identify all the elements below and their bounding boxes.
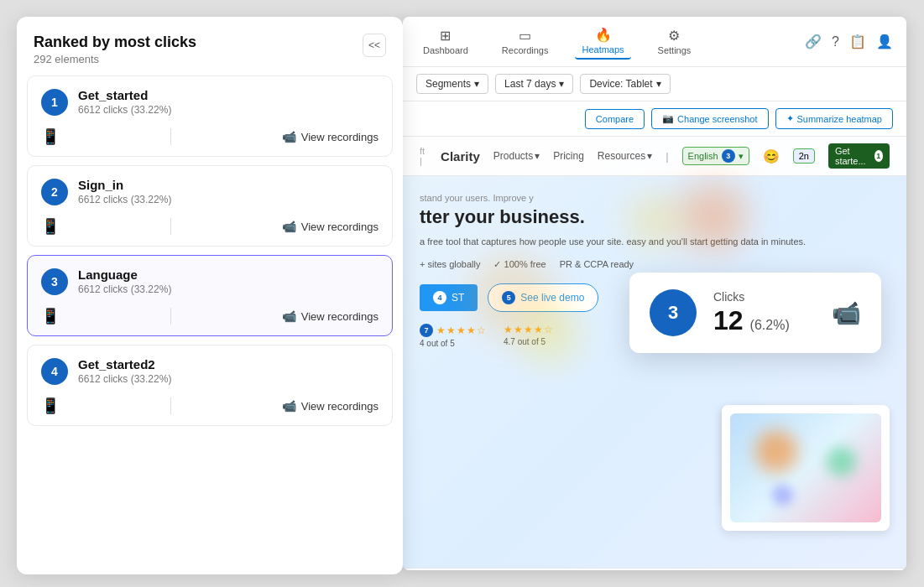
settings-icon: ⚙ (668, 28, 680, 44)
item-clicks-3: 6612 clicks (33.22%) (78, 283, 378, 295)
list-item-3: 3 Language 6612 clicks (33.22%) 📱 📹 View… (27, 255, 393, 336)
item-info-3: Language 6612 clicks (33.22%) (78, 268, 378, 295)
view-recordings-button-3[interactable]: 📹 View recordings (282, 309, 378, 323)
user-icon[interactable]: 👤 (876, 34, 893, 49)
docs-icon[interactable]: 📋 (849, 34, 866, 49)
video-camera-icon[interactable]: 📹 (832, 299, 861, 327)
item-number-4: 4 (41, 358, 68, 385)
preview-heatblob-2 (827, 447, 856, 476)
website-preview: ft | Clarity Products ▾ Pricing Resource… (403, 137, 906, 570)
heatmap-preview-card (730, 413, 881, 522)
tab-heatmaps[interactable]: 🔥 Heatmaps (575, 23, 630, 60)
video-icon-1: 📹 (282, 130, 296, 143)
camera-icon: 📷 (662, 113, 674, 124)
view-recordings-button-4[interactable]: 📹 View recordings (282, 399, 378, 413)
preview-heatblob-3 (772, 485, 793, 506)
change-screenshot-button[interactable]: 📷 Change screenshot (651, 108, 768, 129)
help-icon[interactable]: ? (832, 34, 839, 49)
item-clicks-2: 6612 clicks (33.22%) (78, 194, 378, 205)
list-item-top-2: 2 Sign_in 6612 clicks (33.22%) (28, 166, 392, 212)
tab-recordings[interactable]: ▭ Recordings (495, 24, 556, 59)
list-item-bottom-3: 📱 📹 View recordings (28, 302, 392, 335)
hero-description: a free tool that captures how people use… (420, 235, 890, 249)
summarize-heatmap-button[interactable]: ✦ Summarize heatmap (775, 108, 894, 129)
item-name-3: Language (78, 268, 378, 282)
clicks-percent: (6.2%) (750, 318, 790, 333)
cta-start-button[interactable]: 4 ST (420, 284, 478, 311)
mobile-icon-4[interactable]: 📱 (41, 397, 60, 415)
video-icon-2: 📹 (282, 220, 296, 233)
sidebar-header: Ranked by most clicks 292 elements << (17, 17, 403, 75)
item-name-4: Get_started2 (78, 357, 378, 371)
item-info-4: Get_started2 6612 clicks (33.22%) (78, 357, 378, 385)
tab-dashboard[interactable]: ⊞ Dashboard (416, 24, 475, 59)
action-bar: Compare 📷 Change screenshot ✦ Summarize … (403, 101, 906, 137)
divider-2 (170, 218, 171, 235)
compare-button[interactable]: Compare (585, 109, 645, 129)
collapse-icon: << (368, 39, 380, 51)
view-recordings-button-2[interactable]: 📹 View recordings (282, 220, 378, 233)
stars-1: ★★★★☆ (436, 325, 487, 336)
website-navbar: ft | Clarity Products ▾ Pricing Resource… (403, 137, 906, 176)
nav-right-icons: 🔗 ? 📋 👤 (805, 34, 893, 49)
hero-features: + sites globally ✓ 100% free PR & CCPA r… (420, 259, 890, 270)
rating-2: ★★★★☆ 4.7 out of 5 (504, 324, 554, 348)
clicks-content: Clicks 12 (6.2%) (713, 290, 815, 336)
item-number-2: 2 (41, 179, 68, 205)
mobile-icon-3[interactable]: 📱 (41, 307, 60, 325)
rating2-text: 4.7 out of 5 (504, 337, 554, 346)
view-recordings-button-1[interactable]: 📹 View recordings (282, 130, 378, 143)
get-started-nav[interactable]: 2n (793, 148, 815, 164)
emoji-icon: 😊 (763, 148, 780, 164)
products-nav[interactable]: Products ▾ (493, 150, 540, 162)
chevron-down-icon: ▾ (474, 78, 479, 90)
language-badge[interactable]: English 3 ▾ (682, 147, 749, 165)
list-item-bottom-1: 📱 📹 View recordings (28, 122, 392, 156)
item-info-1: Get_started 6612 clicks (33.22%) (78, 88, 378, 116)
cta-demo-button[interactable]: 5 See live demo (488, 283, 598, 312)
preview-heatblob-1 (755, 430, 797, 472)
item-name-2: Sign_in (78, 178, 378, 192)
dashboard-icon: ⊞ (440, 28, 451, 44)
cta-nav-badge[interactable]: Get starte... 1 (828, 143, 890, 169)
filter-bar: Segments ▾ Last 7 days ▾ Device: Tablet … (403, 67, 906, 101)
date-filter[interactable]: Last 7 days ▾ (495, 74, 573, 94)
chevron-down-icon: ▾ (559, 78, 564, 90)
cta-4-badge: 4 (433, 291, 446, 304)
stars-2: ★★★★☆ (504, 324, 554, 335)
browser-window: ⊞ Dashboard ▭ Recordings 🔥 Heatmaps ⚙ Se… (403, 17, 906, 570)
sidebar-title-area: Ranked by most clicks 292 elements (34, 34, 196, 65)
mobile-icon-2[interactable]: 📱 (41, 217, 60, 236)
lang-click-count: 3 (722, 149, 735, 163)
divider-4 (170, 397, 171, 414)
rating1-text: 4 out of 5 (420, 339, 487, 348)
status-bar: 199,051 clicks Hot Cold # ☀ ⬤ (403, 568, 906, 570)
item-number-3: 3 (41, 268, 68, 295)
clicks-card: 3 Clicks 12 (6.2%) 📹 (629, 273, 881, 353)
sidebar-subtitle: 292 elements (34, 53, 196, 65)
list-item-4: 4 Get_started2 6612 clicks (33.22%) 📱 📹 … (27, 345, 393, 426)
share-icon[interactable]: 🔗 (805, 34, 822, 49)
list-item-bottom-4: 📱 📹 View recordings (28, 392, 392, 425)
chevron-down-icon: ▾ (656, 78, 661, 90)
clicks-value-row: 12 (6.2%) (713, 305, 815, 336)
pricing-nav[interactable]: Pricing (553, 150, 584, 162)
video-icon-4: 📹 (282, 399, 296, 413)
tab-settings[interactable]: ⚙ Settings (651, 24, 698, 59)
device-filter[interactable]: Device: Tablet ▾ (580, 74, 670, 94)
cta-badge-count: 1 (874, 150, 883, 162)
segments-filter[interactable]: Segments ▾ (416, 74, 488, 94)
item-clicks-4: 6612 clicks (33.22%) (78, 373, 378, 385)
rating1-badge: 7 (420, 324, 433, 337)
ai-icon: ✦ (786, 113, 794, 124)
divider-3 (170, 308, 171, 325)
mobile-icon-1[interactable]: 📱 (41, 127, 60, 146)
chevron-icon: ▾ (535, 150, 540, 162)
list-item: 1 Get_started 6612 clicks (33.22%) 📱 📹 V… (27, 75, 393, 157)
chevron-lang-icon: ▾ (739, 151, 744, 162)
recordings-icon: ▭ (519, 28, 531, 44)
clicks-label: Clicks (713, 290, 815, 304)
list-item-top-4: 4 Get_started2 6612 clicks (33.22%) (28, 345, 392, 392)
collapse-button[interactable]: << (363, 34, 386, 57)
resources-nav[interactable]: Resources ▾ (598, 150, 652, 162)
